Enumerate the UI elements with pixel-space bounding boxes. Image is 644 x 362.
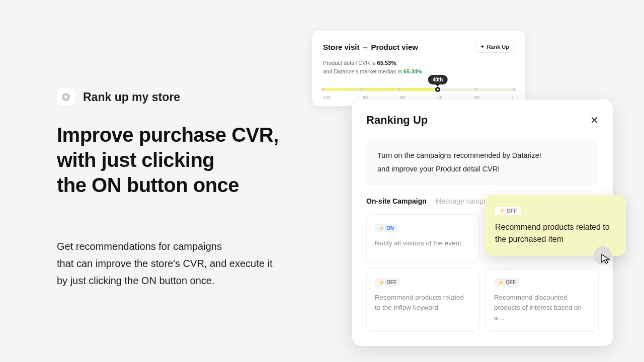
breadcrumb-step: Store visit xyxy=(323,43,360,51)
headline-line: the ON button once xyxy=(57,172,288,198)
status-pill-off: ⚡ OFF xyxy=(375,278,400,287)
status-pill-on: ⚡ ON xyxy=(375,224,398,232)
slider-tick-dot xyxy=(474,88,477,91)
status-label: OFF xyxy=(506,280,516,285)
subtext-line: that can improve the store's CVR, and ex… xyxy=(57,255,288,272)
campaign-text: Recommend discounted products of interes… xyxy=(494,293,590,323)
modal-header: Ranking Up ✕ xyxy=(366,114,599,127)
status-label: OFF xyxy=(507,208,517,214)
app-label: Rank up my store xyxy=(83,90,180,104)
headline: Improve purchase CVR, with just clicking… xyxy=(57,122,288,198)
banner-line: Turn on the campaigns recommended by Dat… xyxy=(377,149,588,162)
status-pill-off: ⚡ OFF xyxy=(495,207,521,215)
slider-tick-dot xyxy=(321,88,325,91)
subtext-line: by just clicking the ON button once. xyxy=(57,272,288,289)
slider-tick-dot xyxy=(360,88,363,91)
metric-comma: , xyxy=(396,60,397,66)
metric-value: 65.53% xyxy=(377,60,396,66)
slider-knob[interactable] xyxy=(435,87,440,92)
cursor-arrow-icon xyxy=(601,253,612,264)
modal-title: Ranking Up xyxy=(366,114,428,127)
subtext: Get recommendations for campaigns that c… xyxy=(57,238,288,289)
slider-track[interactable] xyxy=(323,88,514,91)
close-icon[interactable]: ✕ xyxy=(590,115,599,125)
arrow-right-icon: → xyxy=(362,43,369,51)
cvr-summary-card: Store visit → Product view Rank Up Produ… xyxy=(312,31,525,106)
campaign-text: Recommend products related to the purcha… xyxy=(495,221,616,246)
app-header-row: Rank up my store xyxy=(57,88,288,106)
tab-onsite[interactable]: On-site Campaign xyxy=(366,197,427,205)
status-pill-off: ⚡ OFF xyxy=(494,278,520,287)
marketing-panel: Rank up my store Improve purchase CVR, w… xyxy=(57,88,288,289)
rank-up-button[interactable]: Rank Up xyxy=(475,41,514,53)
metric-prefix: Product detail CVR is xyxy=(323,60,377,66)
campaign-card[interactable]: ⚡ ON Notify all visitors of the event xyxy=(366,214,479,262)
metric-median-value: 65.34% xyxy=(404,68,422,74)
modal-banner: Turn on the campaigns recommended by Dat… xyxy=(366,139,599,186)
app-icon-dot xyxy=(62,93,70,101)
bolt-icon: ⚡ xyxy=(498,280,504,285)
headline-line: with just clicking xyxy=(57,147,288,172)
subtext-line: Get recommendations for campaigns xyxy=(57,238,288,255)
breadcrumb-step: Product view xyxy=(371,43,418,51)
funnel-breadcrumb: Store visit → Product view xyxy=(323,43,418,51)
rank-badge: 40th xyxy=(428,75,448,84)
app-icon xyxy=(57,88,75,106)
campaign-text: Notify all visitors of the event xyxy=(375,238,471,248)
campaign-card[interactable]: ⚡ OFF Recommend products related to the … xyxy=(366,268,479,332)
rank-up-button-label: Rank Up xyxy=(487,44,509,50)
metric-median-suffix: . xyxy=(422,68,424,74)
banner-line: and improve your Product detail CVR! xyxy=(377,162,588,176)
campaign-text: Recommend products related to the inflow… xyxy=(375,293,471,313)
bolt-icon: ⚡ xyxy=(379,226,384,231)
bolt-icon: ⚡ xyxy=(499,208,505,213)
status-label: ON xyxy=(386,225,394,231)
status-label: OFF xyxy=(386,280,396,285)
metric-median-prefix: and Datarize's market median is xyxy=(323,68,404,74)
rank-slider: 40th 100 80 60 40 20 1 xyxy=(323,88,514,100)
cvr-card-header: Store visit → Product view Rank Up xyxy=(323,41,514,53)
tick-label: 100 xyxy=(323,95,331,100)
bolt-icon: ⚡ xyxy=(379,280,384,285)
slider-fill xyxy=(323,88,438,91)
headline-line: Improve purchase CVR, xyxy=(57,122,288,147)
slider-tick-dot xyxy=(398,88,401,91)
campaign-card[interactable]: ⚡ OFF Recommend discounted products of i… xyxy=(486,268,599,332)
slider-tick-dot xyxy=(513,88,516,91)
metric-text: Product detail CVR is 65.53%, and Datari… xyxy=(323,59,514,76)
